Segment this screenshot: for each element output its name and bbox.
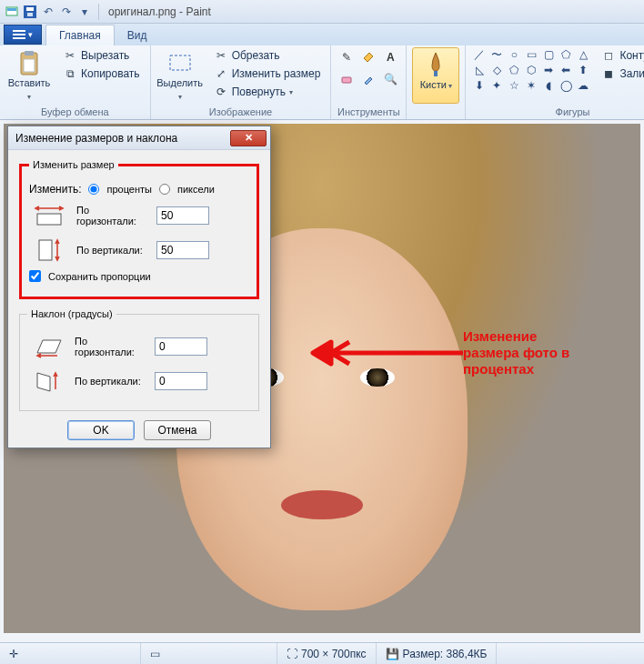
group-image: Выделить ✂Обрезать ⤢Изменить размер ⟳Пов…: [151, 45, 332, 119]
fill-button[interactable]: ◼Заливка: [597, 65, 644, 82]
skew-legend: Наклон (градусы): [27, 308, 116, 319]
keep-aspect-label[interactable]: Сохранить пропорции: [48, 271, 151, 282]
skew-horizontal-icon: [27, 332, 67, 361]
shape-rect[interactable]: ▭: [523, 47, 539, 62]
divider: [98, 4, 99, 20]
outline-button[interactable]: ◻Контур: [597, 47, 644, 64]
outline-icon: ◻: [601, 48, 616, 63]
horizontal-resize-icon: [29, 201, 69, 230]
window-title: оригинал.png - Paint: [108, 5, 211, 18]
status-cursor-pos: ✛: [0, 643, 141, 664]
brushes-button[interactable]: Кисти: [412, 47, 459, 104]
shape-diamond[interactable]: ◇: [488, 63, 505, 77]
resize-legend: Изменить размер: [29, 159, 118, 170]
copy-button[interactable]: ⧉Копировать: [58, 65, 145, 82]
shape-pentagon[interactable]: ⬠: [506, 63, 522, 77]
shape-rtriangle[interactable]: ◺: [471, 63, 488, 77]
eraser-tool[interactable]: [337, 69, 357, 89]
clipboard-icon: [16, 50, 42, 77]
picker-tool[interactable]: [358, 69, 378, 89]
rotate-icon: ⟳: [214, 85, 228, 99]
shape-arrow-d[interactable]: ⬇: [471, 78, 488, 93]
pixels-radio[interactable]: [159, 184, 170, 195]
status-dimensions: ⛶700 × 700пкс: [277, 643, 377, 664]
group-shapes: ／ 〜 ○ ▭ ▢ ⬠ △ ◺ ◇ ⬠ ⬡ ➡ ⬅ ⬆ ⬇ ✦ ☆ ✶ ◖ ◯: [466, 45, 644, 119]
crop-icon: ✂: [214, 48, 228, 63]
magnifier-tool[interactable]: 🔍: [380, 69, 400, 89]
selection-icon: ▭: [150, 648, 160, 660]
qat-customize-icon[interactable]: ▾: [76, 4, 93, 20]
shapes-gallery[interactable]: ／ 〜 ○ ▭ ▢ ⬠ △ ◺ ◇ ⬠ ⬡ ➡ ⬅ ⬆ ⬇ ✦ ☆ ✶ ◖ ◯: [471, 47, 591, 93]
select-icon: [167, 50, 193, 77]
shape-star6[interactable]: ✶: [523, 78, 539, 93]
percent-radio[interactable]: [88, 184, 99, 195]
scissors-icon: ✂: [63, 48, 77, 63]
ribbon: Вставить ✂Вырезать ⧉Копировать Буфер обм…: [0, 45, 644, 120]
pencil-tool[interactable]: ✎: [337, 47, 357, 67]
status-selection: ▭: [141, 643, 277, 664]
file-menu-button[interactable]: [4, 25, 42, 45]
ok-button[interactable]: OK: [67, 420, 135, 440]
text-tool[interactable]: A: [380, 47, 400, 67]
copy-icon: ⧉: [63, 66, 77, 81]
svg-rect-10: [434, 71, 438, 76]
paste-button[interactable]: Вставить: [5, 47, 53, 104]
horizontal-input[interactable]: [156, 206, 209, 225]
svg-rect-9: [342, 77, 351, 83]
svg-rect-4: [27, 13, 33, 16]
save-icon[interactable]: [22, 4, 38, 20]
shape-arrow-r[interactable]: ➡: [540, 63, 557, 77]
select-button[interactable]: Выделить: [156, 47, 204, 104]
crop-button[interactable]: ✂Обрезать: [209, 47, 326, 64]
keep-aspect-checkbox[interactable]: [29, 270, 41, 282]
vertical-input[interactable]: [156, 241, 209, 259]
group-brushes: Кисти: [407, 45, 466, 119]
resize-button[interactable]: ⤢Изменить размер: [209, 65, 326, 82]
cancel-button[interactable]: Отмена: [144, 420, 211, 440]
shape-line[interactable]: ／: [471, 47, 488, 62]
crosshair-icon: ✛: [9, 648, 18, 660]
skew-vertical-icon: [27, 367, 67, 396]
shape-callout-oval[interactable]: ◯: [558, 78, 574, 93]
shape-callout-rounded[interactable]: ◖: [540, 78, 557, 93]
rotate-button[interactable]: ⟳Повернуть: [209, 84, 326, 100]
dialog-titlebar[interactable]: Изменение размеров и наклона ✕: [8, 126, 270, 150]
group-tools: ✎ A 🔍 Инструменты: [331, 45, 407, 119]
svg-rect-7: [24, 59, 35, 72]
vertical-resize-icon: [29, 236, 69, 265]
shape-triangle[interactable]: △: [575, 47, 591, 62]
vertical-label: По вертикали:: [76, 245, 149, 256]
close-button[interactable]: ✕: [230, 130, 267, 146]
group-label: Буфер обмена: [5, 106, 145, 119]
skew-vertical-input[interactable]: [155, 372, 207, 390]
window-titlebar: ↶ ↷ ▾ оригинал.png - Paint: [0, 0, 644, 24]
status-size: 💾Размер: 386,4КБ: [377, 643, 498, 664]
shape-hexagon[interactable]: ⬡: [523, 63, 539, 77]
shape-star5[interactable]: ☆: [506, 78, 522, 93]
tab-home[interactable]: Главная: [45, 25, 115, 45]
fill-tool[interactable]: [358, 47, 378, 67]
paste-label: Вставить: [6, 77, 52, 103]
cut-button[interactable]: ✂Вырезать: [58, 47, 145, 64]
shape-curve[interactable]: 〜: [488, 47, 505, 62]
shape-oval[interactable]: ○: [506, 47, 522, 62]
percent-label[interactable]: проценты: [106, 184, 152, 195]
shape-callout-cloud[interactable]: ☁: [575, 78, 591, 93]
skew-fieldset: Наклон (градусы) По горизонтали: По верт…: [19, 308, 259, 411]
resize-skew-dialog: Изменение размеров и наклона ✕ Изменить …: [7, 126, 271, 448]
skew-horizontal-input[interactable]: [155, 337, 207, 356]
shape-polygon[interactable]: ⬠: [558, 47, 574, 62]
shape-star4[interactable]: ✦: [488, 78, 505, 93]
pixels-label[interactable]: пиксели: [177, 184, 215, 195]
shape-arrow-u[interactable]: ⬆: [575, 63, 591, 77]
dialog-title: Изменение размеров и наклона: [15, 132, 177, 145]
svg-rect-1: [7, 8, 16, 11]
shape-arrow-l[interactable]: ⬅: [558, 63, 574, 77]
tab-view[interactable]: Вид: [115, 25, 160, 45]
svg-rect-3: [26, 7, 34, 11]
shape-roundrect[interactable]: ▢: [540, 47, 557, 62]
annotation-text: Изменение размера фото в процентах: [463, 328, 569, 377]
redo-icon[interactable]: ↷: [58, 4, 75, 20]
undo-icon[interactable]: ↶: [40, 4, 56, 20]
svg-rect-12: [39, 240, 52, 260]
